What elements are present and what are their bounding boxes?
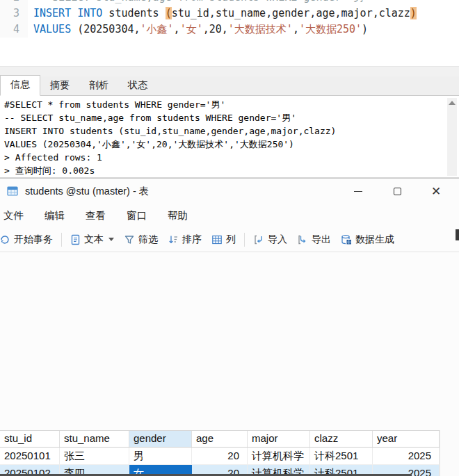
menu-item-文件[interactable]: 文件: [0, 205, 34, 227]
message-line: > 查询时间: 0.002s: [4, 164, 455, 177]
minimize-icon: [354, 191, 362, 192]
clipped-toolbar-item: [456, 229, 459, 240]
cell-age[interactable]: 20: [192, 448, 248, 465]
sql-token: ,: [293, 23, 299, 35]
column-header-clazz[interactable]: clazz: [310, 431, 373, 447]
toolbar-button-导入[interactable]: 导入: [248, 231, 292, 249]
menu-item-帮助[interactable]: 帮助: [157, 205, 198, 227]
window-controls: ✕: [335, 181, 452, 202]
sql-editor-line: 4VALUES (20250304,'小鑫','女',20,'大数据技术','大…: [0, 22, 459, 38]
column-header-major[interactable]: major: [248, 431, 310, 447]
cell-stu_id[interactable]: 20250101: [0, 448, 60, 465]
import-icon: [253, 234, 264, 245]
screen: 2-- SELECT stu_name,age from students WH…: [0, 0, 459, 476]
result-tab-bar: 信息摘要剖析状态: [0, 76, 459, 96]
transaction-icon: [0, 234, 10, 245]
filter-icon: [124, 234, 135, 245]
toolbar-separator: [244, 233, 245, 247]
sql-token: ,20,: [203, 23, 228, 35]
sql-code: VALUES (20250304,'小鑫','女',20,'大数据技术','大数…: [28, 22, 368, 38]
sql-editor-line: 2-- SELECT stu_name,age from students WH…: [0, 0, 459, 6]
column-header-year[interactable]: year: [373, 431, 440, 447]
sql-editor[interactable]: 2-- SELECT stu_name,age from students WH…: [0, 0, 459, 66]
minimize-button[interactable]: [342, 181, 374, 202]
toolbar-button-列[interactable]: 列: [207, 231, 241, 249]
export-icon: [297, 234, 308, 245]
message-line: > Affected rows: 1: [4, 151, 455, 164]
data-generation-icon: [341, 234, 352, 245]
dropdown-caret-icon[interactable]: [108, 238, 114, 241]
sql-token: INSERT INTO: [33, 7, 102, 19]
close-button[interactable]: ✕: [420, 181, 452, 202]
menu-item-窗口[interactable]: 窗口: [116, 205, 157, 227]
sql-token: stu_id,stu_name,gender,age,major,clazz: [172, 7, 410, 19]
table-row: 20250101张三男20计算机科学计科25012025: [0, 448, 440, 465]
message-line: -- SELECT stu_name,age from students WHE…: [4, 111, 455, 124]
cell-clazz[interactable]: 计科2501: [310, 448, 373, 465]
sql-code: -- SELECT stu_name,age from students WHE…: [28, 0, 371, 6]
menu-item-编辑[interactable]: 编辑: [34, 205, 75, 227]
toolbar-button-label: 文本: [84, 233, 104, 246]
titlebar[interactable]: students @stu (master) - 表 ✕: [0, 179, 459, 204]
column-header-gender[interactable]: gender: [129, 431, 192, 447]
toolbar-button-label: 数据生成: [355, 233, 394, 246]
maximize-icon: [394, 188, 401, 195]
toolbar-button-筛选[interactable]: 筛选: [119, 231, 163, 249]
cell-gender[interactable]: 男: [129, 448, 192, 465]
grid-header-row: stu_idstu_namegenderagemajorclazzyear: [0, 431, 440, 448]
column-header-age[interactable]: age: [192, 431, 248, 447]
toolbar-button-排序[interactable]: 排序: [163, 231, 207, 249]
cell-stu_name[interactable]: 张三: [60, 448, 129, 465]
sql-token: '大数据250': [299, 23, 362, 35]
toolbar-button-导出[interactable]: 导出: [292, 231, 336, 249]
column-header-stu_name[interactable]: stu_name: [60, 431, 129, 447]
line-number: 2: [0, 0, 28, 6]
messages-panel[interactable]: #SELECT * from students WHERE gender='男'…: [0, 96, 459, 178]
toolbar-button-开始事务[interactable]: 开始事务: [0, 231, 58, 249]
toolbar-button-label: 列: [226, 233, 236, 246]
result-tab-摘要[interactable]: 摘要: [40, 76, 79, 95]
table-window-icon: [7, 186, 18, 197]
toolbar: 开始事务文本筛选排序列导入导出数据生成: [0, 227, 459, 252]
result-tab-信息[interactable]: 信息: [0, 75, 40, 96]
message-line: #SELECT * from students WHERE gender='男': [4, 98, 455, 111]
sql-token: ,: [174, 23, 180, 35]
sql-token: VALUES: [33, 23, 71, 35]
sql-token: ): [410, 7, 417, 19]
messages-scrollbar[interactable]: [447, 98, 457, 176]
message-line: VALUES (20250304,'小鑫','女',20,'大数据技术','大数…: [4, 138, 455, 151]
data-grid: stu_idstu_namegenderagemajorclazzyear202…: [0, 430, 440, 476]
toolbar-button-label: 开始事务: [14, 233, 53, 246]
cell-year[interactable]: 2025: [373, 448, 440, 465]
window-title: students @stu (master) - 表: [25, 185, 149, 198]
menubar: 文件编辑查看窗口帮助: [0, 204, 459, 227]
line-number: 3: [0, 6, 28, 22]
sql-token: (20250304,: [71, 23, 140, 35]
menu-item-查看[interactable]: 查看: [75, 205, 116, 227]
toolbar-button-label: 导出: [312, 233, 331, 246]
message-line: INSERT INTO students (stu_id,stu_name,ge…: [4, 124, 455, 138]
toolbar-button-label: 筛选: [138, 233, 158, 246]
toolbar-button-label: 排序: [182, 233, 202, 246]
grid-scrollbar-area[interactable]: [440, 430, 459, 476]
result-tab-剖析[interactable]: 剖析: [79, 76, 118, 95]
editor-scroll-strip[interactable]: [0, 66, 459, 76]
text-icon: [70, 234, 81, 245]
sort-icon: [168, 234, 179, 245]
toolbar-button-数据生成[interactable]: 数据生成: [336, 231, 399, 249]
sql-token: -- SELECT stu_name,age from students WHE…: [33, 0, 371, 3]
sql-editor-lines: 2-- SELECT stu_name,age from students WH…: [0, 0, 459, 38]
sql-token: '大数据技术': [228, 23, 293, 35]
sql-editor-line: 3INSERT INTO students (stu_id,stu_name,g…: [0, 6, 459, 22]
sql-code: INSERT INTO students (stu_id,stu_name,ge…: [28, 6, 417, 22]
cell-major[interactable]: 计算机科学: [248, 448, 310, 465]
result-tab-状态[interactable]: 状态: [118, 76, 157, 95]
sql-token: ): [362, 23, 368, 35]
scroll-up-icon[interactable]: [449, 101, 456, 105]
sql-token: '小鑫': [140, 23, 174, 35]
line-number: 4: [0, 22, 28, 38]
toolbar-button-文本[interactable]: 文本: [65, 231, 119, 249]
maximize-button[interactable]: [381, 181, 413, 202]
sql-token: (: [166, 7, 172, 19]
column-header-stu_id[interactable]: stu_id: [0, 431, 60, 447]
